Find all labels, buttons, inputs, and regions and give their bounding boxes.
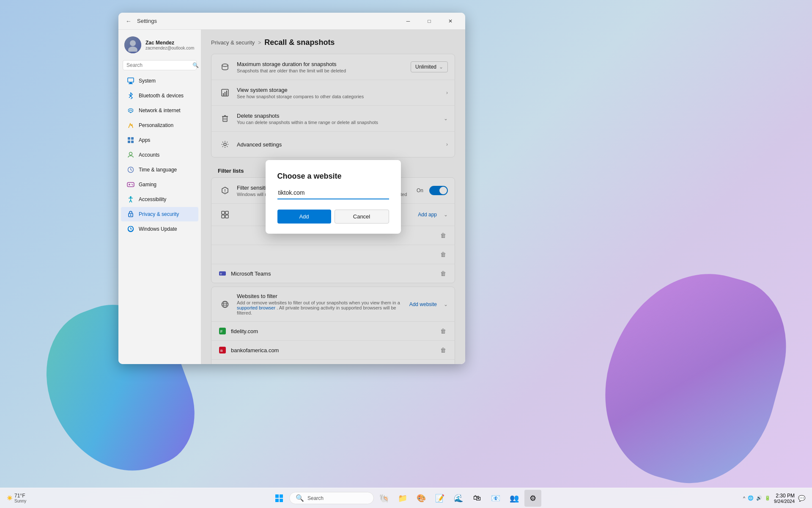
dialog-buttons: Add Cancel [277, 210, 389, 224]
battery-icon[interactable]: 🔋 [765, 495, 771, 501]
start-button[interactable] [271, 490, 288, 507]
windows-update-icon [127, 225, 134, 233]
svg-rect-60 [275, 494, 279, 498]
sidebar-label-time: Time & language [139, 167, 177, 173]
clock[interactable]: 2:30 PM 9/24/2024 [774, 493, 795, 504]
svg-point-1 [128, 47, 137, 52]
sidebar-label-network: Network & internet [139, 108, 181, 113]
back-button[interactable]: ← [123, 16, 134, 26]
svg-point-21 [130, 196, 132, 198]
website-input[interactable] [277, 188, 389, 199]
weather-temp: 71°F [14, 493, 26, 499]
system-tray[interactable]: ^ 🌐 🔊 🔋 [743, 495, 771, 501]
notification-icon[interactable]: 💬 [798, 495, 805, 502]
sidebar-item-windows-update[interactable]: Windows Update [121, 222, 198, 236]
taskbar-left: ☀️ 71°F Sunny [7, 493, 26, 503]
svg-rect-4 [129, 83, 133, 84]
time-icon [127, 166, 134, 174]
sidebar-label-accounts: Accounts [139, 152, 159, 158]
user-info: Zac Mendez zacmendez@outlook.com [145, 40, 194, 50]
svg-line-24 [129, 200, 131, 202]
clock-time: 2:30 PM [774, 493, 795, 499]
sidebar-item-apps[interactable]: Apps [121, 133, 198, 147]
svg-rect-8 [128, 137, 130, 140]
close-button[interactable]: ✕ [441, 14, 460, 28]
svg-rect-3 [129, 83, 132, 83]
window-controls: ─ □ ✕ [398, 14, 460, 28]
sidebar-item-accessibility[interactable]: Accessibility [121, 192, 198, 207]
choose-website-dialog: Choose a website Add Cancel [266, 160, 401, 234]
svg-point-19 [132, 184, 132, 185]
title-bar: ← Settings ─ □ ✕ [118, 13, 465, 30]
taskbar-center: 🔍 Search 🐚 📁 🎨 📝 🌊 🛍 📧 👥 ⚙ [271, 490, 541, 507]
weather-widget[interactable]: ☀️ 71°F Sunny [7, 493, 26, 503]
taskbar-icon-store[interactable]: 🛍 [469, 490, 486, 507]
chevron-up-icon[interactable]: ^ [743, 496, 745, 501]
main-content: Privacy & security > Recall & snapshots … [201, 30, 465, 364]
sidebar-label-apps: Apps [139, 137, 150, 143]
svg-point-0 [130, 40, 136, 46]
minimize-button[interactable]: ─ [398, 14, 418, 28]
sidebar-item-bluetooth[interactable]: Bluetooth & devices [121, 88, 198, 103]
window-title: Settings [137, 18, 157, 24]
taskbar-search-text: Search [307, 495, 324, 501]
svg-rect-2 [128, 78, 134, 82]
sidebar-item-personalization[interactable]: Personalization [121, 118, 198, 133]
privacy-icon [127, 210, 134, 218]
svg-rect-11 [131, 141, 134, 143]
gaming-icon [127, 181, 134, 188]
bg-decoration-2 [584, 253, 803, 501]
sidebar-label-gaming: Gaming [139, 182, 156, 188]
weather-icon: ☀️ [7, 495, 13, 501]
taskbar-right: ^ 🌐 🔊 🔋 2:30 PM 9/24/2024 💬 [743, 493, 805, 504]
user-name: Zac Mendez [145, 40, 194, 46]
sidebar-label-personalization: Personalization [139, 122, 173, 128]
avatar [124, 36, 141, 53]
maximize-button[interactable]: □ [420, 14, 439, 28]
volume-icon[interactable]: 🔊 [756, 495, 762, 501]
cancel-dialog-button[interactable]: Cancel [335, 210, 389, 224]
sidebar-search-box[interactable]: 🔍 [123, 60, 197, 70]
taskbar-icon-teams[interactable]: 👥 [506, 490, 523, 507]
dialog-title: Choose a website [277, 172, 389, 181]
settings-window: ← Settings ─ □ ✕ Zac Mende [118, 13, 465, 364]
sidebar-label-bluetooth: Bluetooth & devices [139, 93, 184, 99]
weather-condition: Sunny [14, 499, 26, 503]
taskbar-icon-settings-active[interactable]: ⚙ [524, 490, 541, 507]
system-icon [127, 77, 134, 85]
sidebar-label-accessibility: Accessibility [139, 196, 166, 202]
apps-icon [127, 136, 134, 144]
sidebar-label-system: System [139, 78, 156, 84]
window-body: Zac Mendez zacmendez@outlook.com 🔍 Syste… [118, 30, 465, 364]
sidebar-search-input[interactable] [126, 62, 190, 68]
sidebar-item-gaming[interactable]: Gaming [121, 177, 198, 192]
taskbar-icon-edge[interactable]: 🌊 [450, 490, 467, 507]
sidebar-item-system[interactable]: System [121, 74, 198, 88]
svg-line-25 [131, 200, 132, 202]
taskbar: ☀️ 71°F Sunny 🔍 Search 🐚 📁 🎨 📝 🌊 [0, 488, 812, 508]
sidebar-label-windows-update: Windows Update [139, 226, 177, 232]
accessibility-icon [127, 196, 134, 203]
svg-point-27 [130, 215, 132, 216]
network-icon [127, 107, 134, 114]
sidebar-item-privacy[interactable]: Privacy & security [121, 207, 198, 221]
sidebar-item-network[interactable]: Network & internet [121, 103, 198, 118]
search-icon: 🔍 [192, 62, 199, 68]
svg-rect-9 [131, 137, 134, 140]
add-dialog-button[interactable]: Add [277, 210, 331, 224]
svg-line-15 [131, 170, 132, 171]
taskbar-icon-mail[interactable]: 📧 [487, 490, 504, 507]
accounts-icon [127, 151, 134, 159]
taskbar-icon-notes[interactable]: 📝 [431, 490, 448, 507]
taskbar-icon-folder[interactable]: 📁 [394, 490, 411, 507]
dialog-overlay: Choose a website Add Cancel [201, 30, 465, 364]
taskbar-icon-explorer[interactable]: 🐚 [376, 490, 392, 507]
user-profile[interactable]: Zac Mendez zacmendez@outlook.com [118, 33, 201, 60]
svg-line-6 [129, 96, 131, 98]
sidebar-item-time[interactable]: Time & language [121, 163, 198, 177]
sidebar-item-accounts[interactable]: Accounts [121, 148, 198, 162]
network-tray-icon[interactable]: 🌐 [748, 495, 754, 501]
taskbar-icon-paint[interactable]: 🎨 [413, 490, 430, 507]
taskbar-search[interactable]: 🔍 Search [289, 492, 374, 504]
clock-date: 9/24/2024 [774, 499, 795, 504]
